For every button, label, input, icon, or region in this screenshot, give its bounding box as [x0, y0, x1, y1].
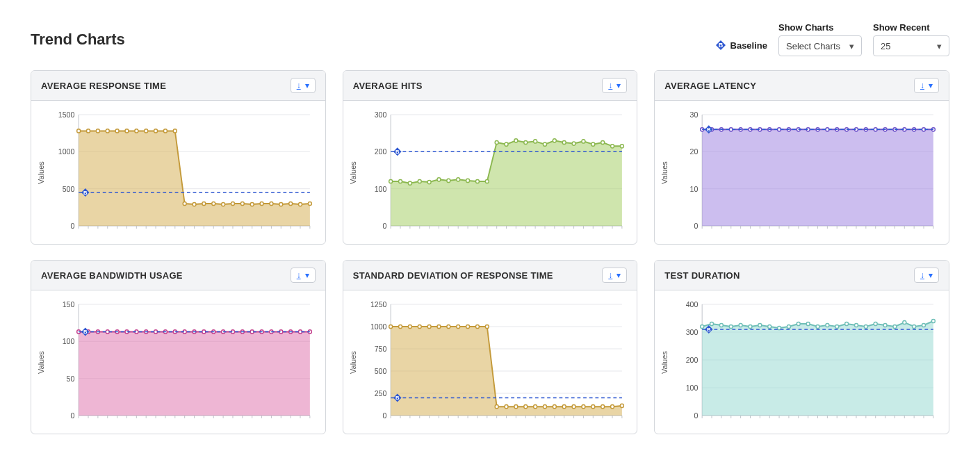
svg-point-55 — [250, 202, 254, 206]
panel-body: Values0102030B — [655, 101, 949, 244]
chart: Values050100150B — [37, 300, 314, 425]
panel-body: Values050100150B — [31, 290, 325, 434]
svg-point-317 — [620, 404, 623, 407]
download-icon: ↓ — [297, 81, 301, 90]
svg-point-59 — [289, 202, 293, 205]
chart-options-button[interactable]: ↓▾ — [914, 78, 939, 93]
plot-area: 050100150B — [47, 300, 314, 425]
svg-point-116 — [543, 142, 546, 146]
chart: Values0102030B — [660, 110, 938, 236]
svg-point-48 — [183, 202, 186, 205]
caret-down-icon: ▾ — [937, 41, 942, 51]
svg-point-123 — [610, 145, 614, 148]
svg-point-294 — [398, 325, 402, 328]
svg-point-60 — [299, 202, 302, 206]
chart-options-button[interactable]: ↓▾ — [602, 78, 627, 93]
svg-point-379 — [903, 320, 906, 324]
caret-down-icon: ▾ — [849, 41, 854, 51]
panel-title: AVERAGE HITS — [353, 81, 423, 91]
svg-point-44 — [145, 129, 148, 133]
svg-point-37 — [77, 129, 81, 133]
svg-point-293 — [389, 325, 392, 328]
svg-text:0: 0 — [71, 411, 75, 420]
y-axis-label: Values — [660, 110, 670, 236]
top-controls: B Baseline Show Charts Select Charts ▾ S… — [715, 22, 949, 56]
svg-point-315 — [601, 405, 604, 409]
svg-point-313 — [582, 405, 585, 409]
svg-point-106 — [447, 179, 450, 182]
svg-text:B: B — [395, 395, 400, 401]
panel-test-duration: TEST DURATION↓▾Values0100200300400B — [654, 260, 949, 434]
svg-point-111 — [495, 140, 498, 144]
chart: Values025050075010001250B — [349, 300, 626, 425]
svg-point-57 — [270, 202, 273, 205]
chart: Values0100200300B — [349, 110, 626, 236]
chart-options-button[interactable]: ↓▾ — [291, 268, 316, 283]
baseline-legend: B Baseline — [715, 40, 767, 56]
svg-point-109 — [475, 179, 479, 183]
panel-body: Values0100200300400B — [655, 290, 949, 434]
svg-text:30: 30 — [690, 110, 699, 119]
svg-point-368 — [797, 322, 801, 325]
svg-point-47 — [173, 129, 177, 133]
svg-point-297 — [427, 325, 431, 328]
svg-point-376 — [874, 322, 878, 325]
svg-point-299 — [447, 325, 450, 328]
svg-point-304 — [495, 405, 498, 409]
svg-point-118 — [562, 140, 566, 144]
panel-header: AVERAGE LATENCY↓▾ — [655, 71, 949, 101]
caret-down-icon: ▾ — [305, 81, 309, 90]
caret-down-icon: ▾ — [616, 81, 621, 90]
chart-options-button[interactable]: ↓▾ — [914, 268, 939, 283]
svg-point-101 — [398, 179, 402, 183]
svg-point-382 — [932, 319, 936, 322]
svg-point-107 — [456, 178, 459, 181]
svg-point-362 — [739, 323, 742, 327]
svg-point-375 — [865, 325, 868, 328]
page-title: Trend Charts — [31, 31, 125, 49]
svg-point-122 — [601, 140, 604, 144]
panel-header: AVERAGE HITS↓▾ — [343, 71, 637, 101]
svg-text:500: 500 — [374, 367, 386, 375]
svg-point-110 — [485, 179, 489, 183]
show-charts-label: Show Charts — [778, 22, 862, 33]
svg-text:0: 0 — [382, 222, 386, 230]
chart-options-button[interactable]: ↓▾ — [602, 268, 627, 283]
show-charts-dropdown[interactable]: Select Charts ▾ — [778, 35, 862, 56]
plot-area: 0100200300B — [359, 110, 626, 236]
svg-point-45 — [154, 129, 158, 133]
chart-options-button[interactable]: ↓▾ — [291, 78, 316, 93]
svg-point-52 — [222, 202, 225, 206]
svg-point-381 — [922, 323, 926, 327]
svg-point-310 — [553, 405, 556, 409]
svg-point-298 — [437, 325, 441, 328]
svg-point-306 — [514, 405, 518, 409]
svg-text:20: 20 — [690, 147, 699, 156]
svg-text:B: B — [83, 329, 88, 335]
show-recent-dropdown[interactable]: 25 ▾ — [873, 35, 949, 56]
svg-text:B: B — [395, 149, 400, 155]
chart: Values050010001500B — [37, 110, 314, 236]
svg-point-54 — [240, 202, 244, 205]
svg-text:50: 50 — [67, 374, 75, 382]
caret-down-icon: ▾ — [929, 270, 933, 280]
show-recent-group: Show Recent 25 ▾ — [873, 22, 949, 56]
svg-point-100 — [389, 179, 392, 183]
y-axis-label: Values — [349, 110, 359, 236]
svg-text:300: 300 — [374, 110, 386, 119]
svg-text:1500: 1500 — [58, 110, 75, 119]
y-axis-label: Values — [37, 110, 47, 236]
panel-avg-response-time: AVERAGE RESPONSE TIME↓▾Values05001000150… — [31, 70, 326, 245]
svg-point-296 — [418, 325, 421, 328]
svg-point-377 — [883, 323, 887, 327]
svg-point-119 — [572, 142, 575, 145]
svg-point-301 — [466, 325, 469, 328]
download-icon: ↓ — [920, 270, 924, 280]
svg-point-309 — [543, 405, 546, 409]
svg-text:B: B — [707, 126, 711, 133]
svg-text:10: 10 — [690, 184, 699, 192]
y-axis-label: Values — [660, 300, 670, 425]
svg-point-314 — [591, 405, 594, 409]
svg-point-102 — [408, 181, 411, 185]
svg-text:1000: 1000 — [370, 322, 387, 331]
